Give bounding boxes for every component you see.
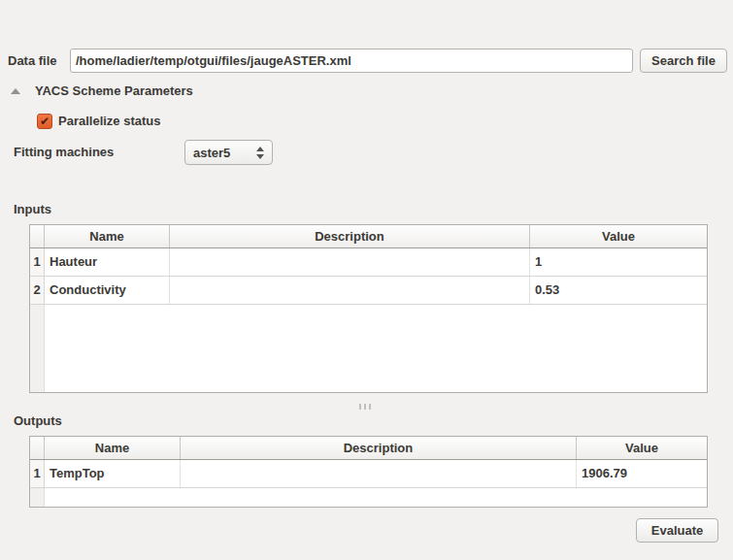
table-empty-area <box>30 488 707 507</box>
column-header-name[interactable]: Name <box>45 437 181 459</box>
column-header-description[interactable]: Description <box>181 437 577 459</box>
parallelize-label: Parallelize status <box>58 114 161 129</box>
row-number: 1 <box>30 460 45 487</box>
fitting-machines-value: aster5 <box>193 146 256 160</box>
data-file-input[interactable]: /home/ladier/temp/otgui/files/jaugeASTER… <box>70 49 633 73</box>
fitting-machines-select[interactable]: aster5 <box>184 140 273 165</box>
column-header-value[interactable]: Value <box>577 437 707 459</box>
column-header-description[interactable]: Description <box>170 225 530 247</box>
outputs-table: Name Description Value 1 TempTop 1906.79 <box>29 436 708 508</box>
outputs-section-title: Outputs <box>14 413 62 428</box>
yacs-section-title: YACS Scheme Parameters <box>35 83 193 98</box>
cell-description[interactable] <box>181 460 577 487</box>
table-row[interactable]: 1 TempTop 1906.79 <box>30 460 707 488</box>
cell-name[interactable]: Conductivity <box>45 277 170 304</box>
checkmark-icon: ✔ <box>40 115 50 128</box>
table-row[interactable]: 1 Hauteur 1 <box>30 248 707 277</box>
row-number: 2 <box>30 277 45 304</box>
cell-name[interactable]: TempTop <box>45 460 181 487</box>
column-header-value[interactable]: Value <box>530 225 707 247</box>
table-corner <box>30 225 45 247</box>
inputs-table: Name Description Value 1 Hauteur 1 2 Con… <box>29 224 708 393</box>
collapse-arrow-icon[interactable] <box>11 88 20 94</box>
cell-value[interactable]: 1906.79 <box>577 460 707 487</box>
cell-description[interactable] <box>170 248 530 276</box>
row-number: 1 <box>30 248 45 276</box>
splitter-handle[interactable] <box>359 404 371 410</box>
spinner-arrows-icon <box>256 147 264 159</box>
cell-description[interactable] <box>170 277 530 304</box>
column-header-name[interactable]: Name <box>45 225 170 247</box>
table-corner <box>30 437 45 459</box>
fitting-machines-label: Fitting machines <box>14 140 114 165</box>
inputs-section-title: Inputs <box>14 202 51 216</box>
data-file-label: Data file <box>8 49 57 73</box>
cell-name[interactable]: Hauteur <box>45 248 170 276</box>
search-file-button[interactable]: Search file <box>640 49 727 73</box>
table-empty-area <box>30 305 707 392</box>
table-row[interactable]: 2 Conductivity 0.53 <box>30 277 707 305</box>
cell-value[interactable]: 0.53 <box>530 277 707 304</box>
evaluate-button[interactable]: Evaluate <box>636 518 718 543</box>
yacs-physical-model-window: { "header": { "data_file_label": "Data f… <box>0 0 733 560</box>
outputs-table-header: Name Description Value <box>30 437 707 460</box>
parallelize-checkbox[interactable]: ✔ <box>37 114 52 129</box>
inputs-table-header: Name Description Value <box>30 225 707 248</box>
cell-value[interactable]: 1 <box>530 248 707 276</box>
